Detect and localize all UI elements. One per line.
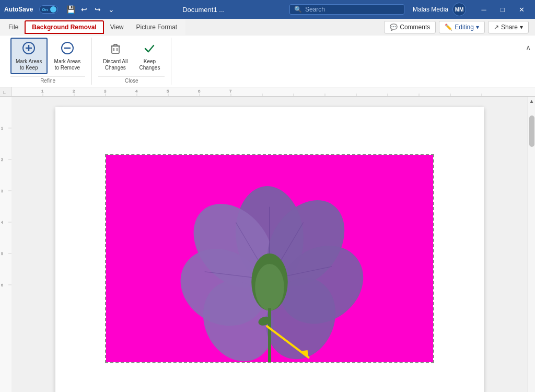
refine-buttons: Mark Areasto Keep Mark Areasto Remove [10,38,85,74]
svg-text:2: 2 [73,89,75,94]
titlebar: AutoSave On 💾 ↩ ↪ ⌄ Document1 ... 🔍 Mala… [0,0,535,19]
toggle-on-label: On [42,7,48,12]
svg-rect-36 [0,97,11,392]
user-avatar[interactable]: MM [452,3,466,16]
ribbon-right-actions: 💬 Comments ✏️ Editing ▾ ↗ Share ▾ [378,19,535,36]
tab-view[interactable]: View [104,21,130,33]
editing-icon: ✏️ [445,24,452,31]
svg-text:4: 4 [1,221,3,224]
tab-picture-format[interactable]: Picture Format [130,21,184,33]
document-title: Document1 ... [122,6,285,14]
svg-text:2: 2 [1,158,3,162]
svg-text:5: 5 [167,89,169,94]
svg-text:4: 4 [135,89,138,94]
undo-icon[interactable]: ↩ [78,3,90,16]
search-icon: 🔍 [294,6,302,13]
mark-remove-label: Mark Areasto Remove [54,59,81,71]
app-brand: AutoSave [4,6,33,13]
ribbon-group-refine: Mark Areasto Keep Mark Areasto Remove Re… [4,38,92,85]
comments-button[interactable]: 💬 Comments [384,21,436,33]
close-button[interactable]: ✕ [512,0,531,19]
image-background [106,155,433,362]
mark-areas-to-remove-button[interactable]: Mark Areasto Remove [50,38,86,74]
comments-label: Comments [400,24,430,31]
flower-image [106,154,433,363]
svg-text:6: 6 [1,283,3,287]
svg-rect-5 [112,46,119,53]
user-name: Malas Media [413,6,448,13]
main-area: 1 2 3 4 5 6 [0,97,535,392]
editing-button[interactable]: ✏️ Editing ▾ [439,21,485,33]
minimize-button[interactable]: ─ [474,0,493,19]
share-icon: ↗ [494,24,499,31]
toggle-knob [50,6,56,13]
keep-icon [142,41,157,57]
ribbon-tabs: File Background Removal View Picture For… [0,19,185,35]
vertical-scrollbar[interactable]: ▲ ▼ [528,97,535,392]
scrollbar-thumb[interactable] [529,116,534,147]
refine-group-label: Refine [10,76,85,85]
keep-label: KeepChanges [139,59,160,71]
mark-keep-label: Mark Areasto Keep [16,59,42,71]
ribbon-group-close: Discard AllChanges KeepChanges Close [92,38,171,85]
scroll-up-button[interactable]: ▲ [528,97,536,105]
editing-dropdown-icon: ▾ [476,24,479,31]
ruler-container: L 1 2 3 4 5 6 7 [0,87,535,97]
save-icon[interactable]: 💾 [64,3,77,16]
document-canvas [11,97,528,392]
share-button[interactable]: ↗ Share ▾ [488,21,529,33]
svg-text:1: 1 [1,126,3,130]
search-box[interactable]: 🔍 [289,4,404,15]
share-dropdown-icon: ▾ [520,24,523,31]
image-container[interactable] [105,154,434,363]
keep-changes-button[interactable]: KeepChanges [134,38,165,74]
svg-text:1: 1 [41,89,44,94]
discard-changes-button[interactable]: Discard AllChanges [98,38,132,74]
svg-text:L: L [3,90,6,95]
autosave-toggle[interactable]: On [39,5,58,14]
svg-text:3: 3 [104,89,107,94]
document-page [55,107,484,392]
redo-icon[interactable]: ↪ [91,3,104,16]
vertical-ruler: 1 2 3 4 5 6 [0,97,11,392]
search-input[interactable] [305,6,389,13]
ribbon-collapse-button[interactable]: ∧ [526,40,531,55]
svg-point-63 [255,264,284,310]
close-buttons: Discard AllChanges KeepChanges [98,38,165,74]
maximize-button[interactable]: □ [493,0,512,19]
comments-icon: 💬 [390,24,398,31]
svg-rect-13 [11,87,535,96]
svg-text:3: 3 [1,189,3,193]
mark-areas-to-keep-button[interactable]: Mark Areasto Keep [10,38,48,74]
editing-label: Editing [455,24,474,31]
discard-label: Discard AllChanges [103,59,127,71]
horizontal-ruler: 1 2 3 4 5 6 7 [11,87,535,96]
more-tools-icon[interactable]: ⌄ [105,3,118,16]
window-controls: ─ □ ✕ [474,0,531,19]
toolbar-icons: 💾 ↩ ↪ ⌄ [64,3,118,16]
discard-icon [108,41,123,57]
mark-keep-icon [21,41,36,57]
svg-text:7: 7 [229,89,232,94]
tab-file[interactable]: File [2,21,25,33]
ribbon-tabs-row: File Background Removal View Picture For… [0,19,535,36]
tab-background-removal[interactable]: Background Removal [25,20,103,34]
svg-text:5: 5 [1,252,3,256]
close-group-label: Close [98,76,165,85]
ribbon-content: Mark Areasto Keep Mark Areasto Remove Re… [0,36,535,87]
mark-remove-icon [60,41,75,57]
user-section: Malas Media MM [413,3,466,16]
share-label: Share [501,24,518,31]
ruler-corner: L [0,87,11,97]
svg-text:6: 6 [198,89,201,94]
